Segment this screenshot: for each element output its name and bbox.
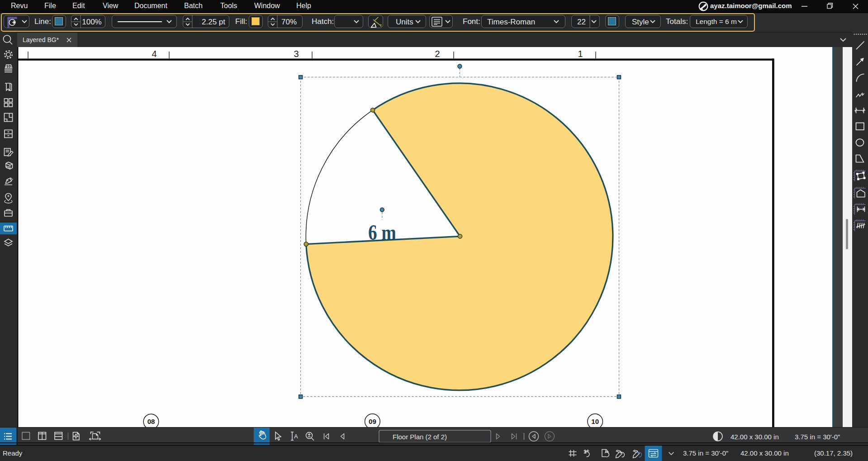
svg-text:A: A	[294, 433, 298, 440]
svg-text:22: 22	[577, 18, 586, 26]
svg-text:1: 1	[578, 49, 583, 59]
svg-text:09: 09	[369, 418, 376, 425]
svg-text:Style: Style	[632, 18, 649, 26]
svg-text:6 m: 6 m	[368, 220, 396, 244]
svg-text:70%: 70%	[281, 18, 297, 26]
svg-text:100%: 100%	[82, 18, 101, 26]
svg-text:2: 2	[435, 49, 440, 59]
svg-text:2.25 pt: 2.25 pt	[202, 18, 225, 26]
svg-text:4: 4	[152, 49, 157, 59]
svg-text:10: 10	[591, 418, 599, 425]
svg-text:3: 3	[294, 49, 299, 59]
svg-text:08: 08	[147, 418, 155, 425]
svg-text:Units: Units	[396, 18, 413, 26]
svg-text:Times-Roman: Times-Roman	[487, 18, 535, 26]
svg-text:Length = 6 m: Length = 6 m	[696, 18, 737, 25]
